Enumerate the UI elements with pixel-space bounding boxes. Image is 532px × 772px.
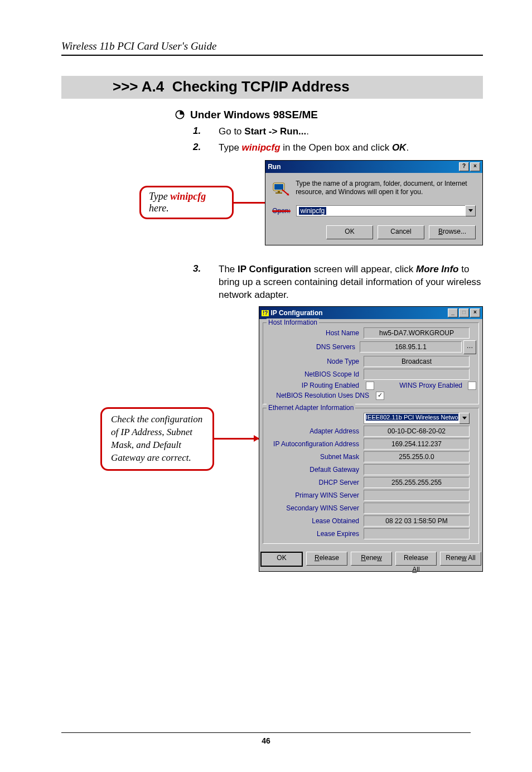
release-button[interactable]: Release — [306, 552, 347, 566]
ip-ok-button[interactable]: OK — [260, 552, 303, 567]
lease-obtained-label: Lease Obtained — [265, 517, 364, 525]
subnet-value: 255.255.0.0 — [364, 451, 470, 462]
run-open-label: Open: — [272, 207, 291, 215]
section-prefix: >>> A.4 — [113, 78, 164, 95]
svg-rect-4 — [275, 192, 282, 194]
maximize-icon[interactable]: □ — [459, 308, 469, 317]
nodetype-label: Node Type — [265, 358, 364, 365]
help-icon[interactable]: ? — [459, 162, 469, 171]
step3-num: 3. — [193, 263, 219, 302]
footer-rule — [61, 732, 471, 733]
adapter-combo[interactable]: IEEE802.11b PCI Wireless Netwo — [364, 413, 470, 424]
adapter-addr-value: 00-10-DC-68-20-02 — [364, 426, 470, 437]
run-open-combo[interactable]: winipcfg — [296, 205, 476, 216]
chevron-down-icon[interactable] — [459, 413, 470, 424]
autoconf-value: 169.254.112.237 — [364, 438, 470, 450]
minimize-icon[interactable]: _ — [448, 308, 458, 317]
page-number: 46 — [0, 736, 532, 745]
step1-text: Go to Start -> Run.... — [219, 126, 483, 138]
ip-title: IP Configuration — [270, 309, 322, 317]
adapter-addr-label: Adapter Address — [265, 427, 364, 435]
swins-label: Secondary WINS Server — [265, 504, 364, 512]
netbios-dns-check: ✓ — [376, 392, 384, 400]
svg-marker-6 — [468, 209, 473, 212]
run-icon — [272, 180, 290, 197]
run-desc: Type the name of a program, folder, docu… — [296, 180, 476, 197]
sub-heading: Under Windows 98SE/ME — [190, 109, 318, 121]
lease-expires-value — [364, 528, 470, 539]
dns-label: DNS Servers — [265, 343, 360, 351]
browse-button[interactable]: Browse... — [429, 225, 476, 239]
step2-text: Type winipcfg in the Open box and click … — [219, 142, 483, 155]
hostname-label: Host Name — [265, 329, 364, 337]
netbios-dns-label: NetBIOS Resolution Uses DNS — [265, 392, 374, 399]
adapter-info-label: Ethernet Adapter Information — [267, 404, 355, 412]
netbios-scope-label: NetBIOS Scope Id — [265, 370, 364, 378]
pwins-label: Primary WINS Server — [265, 491, 364, 499]
run-titlebar: Run ? × — [265, 161, 482, 173]
dns-more-button[interactable]: … — [463, 340, 476, 354]
doc-header: Wireless 11b PCI Card User's Guide — [61, 40, 483, 52]
section-title: Checking TCP/IP Address — [172, 78, 350, 95]
release-all-button[interactable]: Release All — [395, 552, 437, 566]
subnet-label: Subnet Mask — [265, 453, 364, 461]
callout-check-config: Check the configuration of IP Address, S… — [100, 407, 214, 471]
section-bar: >>> A.4 Checking TCP/IP Address — [61, 76, 483, 99]
lease-expires-label: Lease Expires — [265, 530, 364, 538]
autoconf-label: IP Autoconfiguration Address — [265, 440, 364, 448]
close-icon[interactable]: × — [470, 308, 480, 317]
step2-num: 2. — [193, 142, 219, 155]
winsproxy-check — [468, 382, 476, 390]
gateway-label: Default Gateway — [265, 466, 364, 474]
host-info-group: Host Information Host Namehw5-DA7.WORKGR… — [263, 322, 479, 404]
pwins-value — [364, 490, 470, 501]
renew-button[interactable]: Renew — [351, 552, 392, 566]
iprouting-check — [366, 382, 374, 390]
ip-configuration-dialog: !?IP Configuration _ □ × Host Informatio… — [259, 306, 483, 572]
winsproxy-label: WINS Proxy Enabled — [374, 382, 466, 389]
chevron-down-icon[interactable] — [465, 205, 476, 216]
ok-button[interactable]: OK — [326, 225, 373, 239]
adapter-info-group: Ethernet Adapter Information IEEE802.11b… — [263, 408, 479, 544]
svg-rect-3 — [278, 191, 280, 192]
svg-rect-2 — [274, 184, 283, 190]
svg-marker-7 — [462, 417, 467, 419]
swins-value — [364, 503, 470, 514]
netbios-scope-value — [364, 369, 470, 380]
run-title: Run — [268, 163, 280, 171]
nodetype-value: Broadcast — [364, 356, 470, 367]
cancel-button[interactable]: Cancel — [378, 225, 424, 239]
dhcp-value: 255.255.255.255 — [364, 477, 470, 488]
callout-winipcfg: Type winipcfg here. — [139, 186, 234, 219]
gateway-value — [364, 464, 470, 475]
step1-num: 1. — [193, 126, 219, 138]
hostname-value: hw5-DA7.WORKGROUP — [364, 327, 470, 339]
lease-obtained-value: 08 22 03 1:58:50 PM — [364, 515, 470, 527]
bullet-icon — [175, 110, 185, 119]
iprouting-label: IP Routing Enabled — [265, 382, 364, 389]
dns-value: 168.95.1.1 — [360, 341, 462, 353]
host-info-label: Host Information — [267, 319, 319, 326]
callout-arrow — [214, 438, 259, 440]
step3-text: The IP Configuration screen will appear,… — [219, 263, 483, 302]
header-rule — [61, 55, 483, 56]
run-dialog: Run ? × Type the name of a program, fold… — [265, 160, 483, 245]
callout-connector — [234, 202, 265, 204]
dhcp-label: DHCP Server — [265, 479, 364, 486]
ip-titlebar: !?IP Configuration _ □ × — [259, 307, 482, 319]
renew-all-button[interactable]: Renew All — [440, 552, 481, 566]
close-icon[interactable]: × — [470, 162, 480, 171]
